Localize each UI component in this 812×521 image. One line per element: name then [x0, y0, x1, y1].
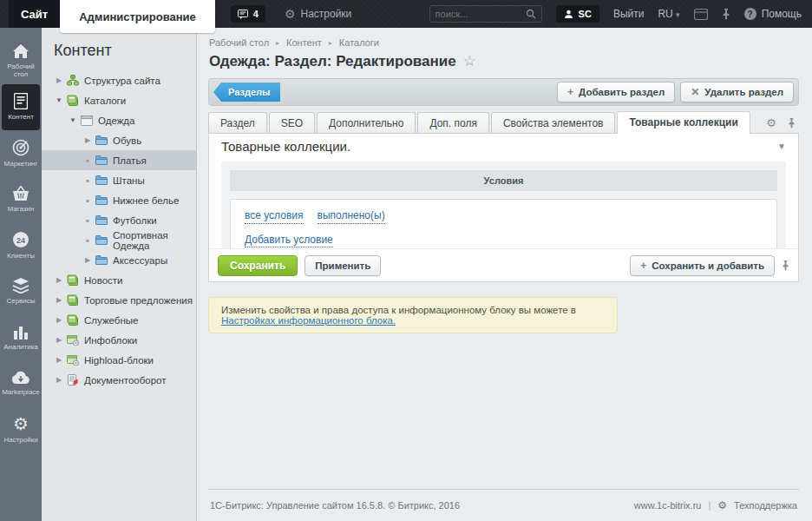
sections-back-button[interactable]: Разделы [213, 82, 280, 102]
add-section-label: Добавить раздел [579, 87, 665, 97]
apply-button[interactable]: Применить [304, 255, 381, 276]
user-initials: SC [579, 9, 592, 19]
search-box[interactable] [429, 5, 542, 23]
add-condition-link[interactable]: Добавить условие [245, 234, 333, 248]
topbar-right: SC Выйти RU ▾ ? Помощь [429, 5, 812, 23]
sitemap-icon [67, 75, 79, 86]
user-button[interactable]: SC [556, 5, 599, 23]
language-selector[interactable]: RU ▾ [658, 8, 679, 20]
add-section-button[interactable]: +Добавить раздел [557, 82, 675, 102]
tab-additional[interactable]: Дополнительно [317, 112, 416, 134]
expand-icon[interactable]: ▶ [54, 336, 64, 344]
tree-item-underwear[interactable]: ■ Нижнее белье [42, 190, 196, 210]
tree-item-label: Платья [113, 155, 147, 166]
clients-24-icon: 24 [12, 231, 29, 248]
rail-item-content[interactable]: Контент [2, 84, 40, 130]
rail-label: Аналитика [3, 343, 38, 351]
tree-panel: Контент ▶ Структура сайта ▼ Каталоги ▼ О… [42, 28, 197, 521]
tree-item-highload[interactable]: ▶ Highload-блоки [42, 350, 196, 370]
tree-item-accessories[interactable]: ▶ Аксессуары [42, 250, 196, 270]
expand-icon[interactable]: ▶ [82, 256, 93, 264]
tree-item-clothes[interactable]: ▼ Одежда [42, 110, 196, 130]
tab-section[interactable]: Раздел [208, 112, 267, 134]
folder-icon [95, 155, 108, 165]
tree-item-dresses[interactable]: ■ Платья [42, 150, 196, 170]
tab-admin-label: Администрирование [79, 10, 196, 23]
tree-item-tshirts[interactable]: ■ Футболки [42, 210, 196, 230]
tree-item-shoes[interactable]: ▶ Обувь [42, 130, 196, 150]
rail-label: Сервисы [6, 297, 35, 305]
tab-element-properties[interactable]: Свойства элементов [491, 112, 616, 134]
basket-icon [12, 186, 29, 201]
rail-item-desktop[interactable]: Рабочий стол [2, 38, 40, 84]
collapse-icon[interactable]: ▼ [54, 96, 64, 104]
leaf-bullet: ■ [82, 178, 93, 183]
panel-toggle-icon[interactable] [694, 9, 708, 20]
save-button[interactable]: Сохранить [218, 255, 298, 276]
chevron-down-icon: ▾ [676, 10, 680, 19]
save-and-add-button[interactable]: +Сохранить и добавить [630, 255, 775, 276]
page-title: Одежда: Раздел: Редактирование ☆ [209, 52, 476, 70]
tree-item-label: Торговые предложения [84, 295, 193, 306]
rail-item-marketplace[interactable]: Marketplace [2, 360, 40, 406]
delete-section-button[interactable]: ✕Удалить раздел [680, 82, 794, 102]
rail-item-shop[interactable]: Магазин [2, 176, 40, 222]
topbar-settings-label: Настройки [300, 8, 351, 20]
favorite-star-icon[interactable]: ☆ [463, 52, 476, 70]
collapse-icon[interactable]: ▼ [68, 116, 78, 124]
expand-icon[interactable]: ▶ [54, 316, 64, 324]
tab-extra-fields[interactable]: Доп. поля [417, 112, 489, 134]
folder-icon [95, 255, 108, 265]
expand-icon[interactable]: ▶ [82, 136, 93, 144]
tab-site[interactable]: Сайт [9, 0, 60, 28]
expand-icon[interactable]: ▶ [54, 276, 64, 284]
help-button[interactable]: ? Помощь [744, 8, 802, 20]
tab-seo[interactable]: SEO [269, 112, 315, 134]
tree-item-sportswear[interactable]: ■ Спортивная Одежда [42, 230, 196, 250]
breadcrumb-desktop[interactable]: Рабочий стол [209, 37, 269, 48]
tree-item-label: Штаны [113, 175, 145, 186]
folder-icon [95, 195, 108, 205]
save-and-add-label: Сохранить и добавить [652, 260, 764, 271]
rail-item-clients[interactable]: 24 Клиенты [2, 222, 40, 268]
logout-link[interactable]: Выйти [613, 8, 645, 20]
pin-icon[interactable] [788, 117, 796, 129]
condition-all-link[interactable]: все условия [245, 209, 304, 224]
rail-item-analytics[interactable]: Аналитика [2, 314, 40, 360]
tree-item-service[interactable]: ▶ Служебные [42, 310, 196, 330]
expand-icon[interactable]: ▶ [54, 376, 64, 384]
tree-item-infoblocks[interactable]: ▶ Инфоблоки [42, 330, 196, 350]
support-link[interactable]: Техподдержка [734, 500, 797, 511]
infoblock-settings-link[interactable]: Настройках информационного блока. [221, 315, 396, 326]
expand-icon[interactable]: ▶ [54, 296, 64, 304]
tree-item-docflow[interactable]: ▶ Документооборот [42, 370, 196, 390]
pin-icon[interactable] [722, 8, 730, 20]
tree-item-offers[interactable]: ▶ Торговые предложения [42, 290, 196, 310]
breadcrumb-catalogs[interactable]: Каталоги [339, 37, 379, 48]
tree-item-label: Инфоблоки [84, 335, 137, 346]
tree-item-catalogs[interactable]: ▼ Каталоги [42, 90, 196, 110]
notifications-button[interactable]: 4 [231, 5, 265, 23]
collapse-section-icon[interactable]: ▼ [777, 134, 786, 160]
leaf-bullet: ■ [82, 158, 93, 163]
tree-item-pants[interactable]: ■ Штаны [42, 170, 196, 190]
rail-item-services[interactable]: Сервисы [2, 268, 40, 314]
tree-item-label: Спортивная Одежда [113, 230, 196, 251]
condition-met-link[interactable]: выполнено(ы) [318, 209, 385, 224]
folder-icon [95, 175, 108, 185]
rail-item-marketing[interactable]: Маркетинг [2, 130, 40, 176]
rail-item-settings[interactable]: ⚙ Настройки [2, 406, 40, 452]
pin-icon[interactable] [782, 260, 789, 271]
tree-item-news[interactable]: ▶ Новости [42, 270, 196, 290]
topbar-settings-button[interactable]: ⚙ Настройки [285, 8, 351, 20]
search-input[interactable] [435, 9, 526, 19]
breadcrumb-content[interactable]: Контент [286, 37, 322, 48]
form-settings-gear-icon[interactable]: ⚙ [766, 117, 776, 129]
copyright-text: 1С-Битрикс: Управление сайтом 16.5.8. © … [210, 500, 460, 511]
expand-icon[interactable]: ▶ [54, 76, 64, 84]
bitrix-site-link[interactable]: www.1c-bitrix.ru [634, 500, 702, 511]
tree-item-site-structure[interactable]: ▶ Структура сайта [42, 70, 196, 90]
expand-icon[interactable]: ▶ [54, 356, 64, 364]
tab-product-collections[interactable]: Товарные коллекции [617, 111, 750, 134]
tab-admin[interactable]: Администрирование [60, 0, 215, 33]
